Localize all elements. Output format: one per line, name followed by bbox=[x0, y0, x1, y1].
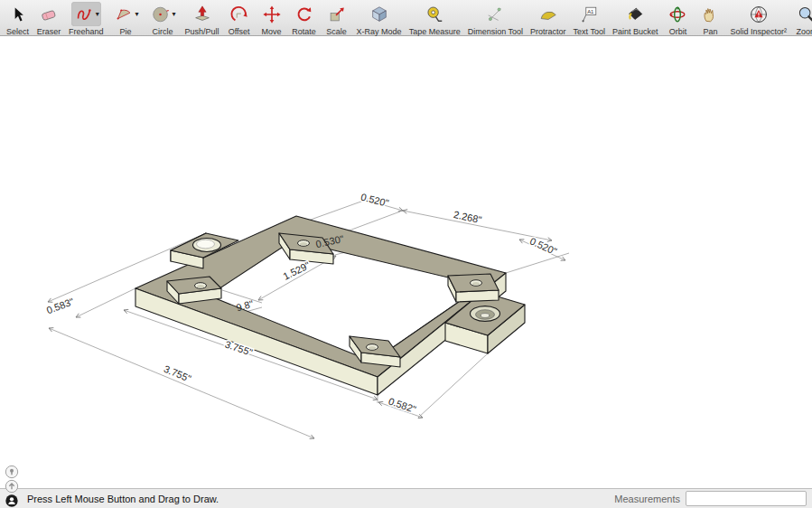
toolbar-item-label: Dimension Tool bbox=[468, 27, 523, 36]
toolbar-item-protractor[interactable]: Protractor bbox=[527, 2, 569, 36]
tape-icon bbox=[422, 2, 447, 26]
pie-icon: ▾ bbox=[111, 2, 141, 26]
dimension-label: 0.520" bbox=[359, 191, 389, 208]
toolbar-item-label: Push/Pull bbox=[185, 27, 219, 36]
freehand-icon: ▾ bbox=[71, 2, 101, 26]
zoom-icon bbox=[794, 2, 812, 26]
dropdown-arrow-icon[interactable]: ▾ bbox=[173, 11, 176, 18]
hole-tab-bottom-shade bbox=[369, 346, 376, 350]
dimension-icon bbox=[482, 2, 508, 26]
toolbar-item-freehand[interactable]: ▾Freehand bbox=[66, 2, 107, 36]
measurements-input[interactable] bbox=[686, 491, 807, 506]
toolbar-item-label: Move bbox=[262, 27, 282, 36]
dimension-label: 3.755" bbox=[163, 363, 193, 384]
toolbar-item-label: Circle bbox=[153, 27, 173, 36]
solidinspector-icon bbox=[746, 2, 771, 26]
eraser-icon bbox=[36, 2, 61, 26]
circle-icon: ▾ bbox=[148, 2, 178, 26]
toolbar-item-label: Solid Inspector² bbox=[730, 27, 787, 36]
geolocation-icon[interactable] bbox=[5, 465, 19, 479]
dropdown-arrow-icon[interactable]: ▾ bbox=[135, 11, 139, 18]
toolbar-item-select[interactable]: Select bbox=[4, 2, 32, 36]
toolbar-item-label: Offset bbox=[229, 27, 250, 36]
status-bar: ? Press Left Mouse Button and Drag to Dr… bbox=[0, 488, 812, 508]
hole-tab-left-shade bbox=[197, 285, 204, 288]
toolbar-item-label: Protractor bbox=[530, 27, 566, 36]
toolbar-item-tape-measure[interactable]: Tape Measure bbox=[406, 2, 463, 36]
scale-icon bbox=[324, 2, 350, 26]
protractor-icon bbox=[536, 2, 561, 26]
toolbar-item-label: X-Ray Mode bbox=[357, 27, 402, 36]
pan-icon bbox=[697, 2, 723, 26]
dimension-label: 9.8" bbox=[235, 298, 255, 314]
toolbar-item-label: Text Tool bbox=[574, 27, 605, 36]
measurements-label: Measurements bbox=[614, 494, 680, 504]
texttool-icon: A1 bbox=[576, 2, 602, 26]
toolbar-item-pie[interactable]: ▾Pie bbox=[108, 2, 144, 36]
hole-tab-top-shade bbox=[300, 242, 307, 246]
toolbar-item-label: Scale bbox=[326, 27, 347, 36]
toolbar-item-label: Orbit bbox=[669, 27, 687, 36]
toolbar-item-label: Zoom bbox=[796, 27, 812, 36]
rotate-icon bbox=[292, 2, 317, 26]
hole-right-bore[interactable] bbox=[481, 314, 490, 318]
toolbar-item-label: Tape Measure bbox=[409, 27, 461, 36]
toolbar-item-eraser[interactable]: Eraser bbox=[33, 2, 64, 36]
model-canvas[interactable]: 0.520"2.268"0.520"0.530"1.529"0.583"3.75… bbox=[0, 0, 812, 508]
hole-topleft-bore[interactable] bbox=[197, 240, 215, 249]
toolbar-item-circle[interactable]: ▾Circle bbox=[145, 2, 181, 36]
toolbar-item-label: Pan bbox=[703, 27, 717, 36]
toolbar-item-rotate[interactable]: Rotate bbox=[289, 2, 320, 36]
toolbar-item-label: Paint Bucket bbox=[612, 27, 658, 36]
toolbar-item-label: Rotate bbox=[292, 27, 316, 36]
dimension-label: 2.268" bbox=[453, 209, 482, 225]
orbit-icon bbox=[665, 2, 690, 26]
toolbar: SelectEraser▾Freehand▾Pie▾CirclePush/Pul… bbox=[0, 0, 812, 36]
dimension-label: 0.583" bbox=[45, 296, 76, 315]
paintbucket-icon bbox=[622, 2, 648, 26]
toolbar-item-label: Freehand bbox=[69, 27, 104, 36]
pushpull-icon bbox=[190, 2, 215, 26]
toolbar-item-label: Eraser bbox=[37, 27, 61, 36]
toolbar-item-scale[interactable]: Scale bbox=[322, 2, 352, 36]
account-icon[interactable] bbox=[5, 494, 19, 508]
svg-text:A1: A1 bbox=[587, 8, 594, 14]
toolbar-item-label: Pie bbox=[120, 27, 132, 36]
toolbar-item-paint-bucket[interactable]: Paint Bucket bbox=[610, 2, 661, 36]
upload-icon[interactable] bbox=[5, 479, 19, 494]
hole-tab-rightmid-shade bbox=[472, 282, 480, 286]
select-icon bbox=[7, 2, 29, 26]
toolbar-item-offset[interactable]: Offset bbox=[224, 2, 255, 36]
xray-icon bbox=[367, 2, 392, 26]
toolbar-item-text-tool[interactable]: A1Text Tool bbox=[571, 2, 608, 36]
toolbar-item-move[interactable]: Move bbox=[257, 2, 287, 36]
toolbar-item-push-pull[interactable]: Push/Pull bbox=[182, 2, 222, 36]
dropdown-arrow-icon[interactable]: ▾ bbox=[96, 11, 99, 18]
dimension-line bbox=[76, 288, 135, 317]
toolbar-item-dimension-tool[interactable]: Dimension Tool bbox=[465, 2, 526, 36]
toolbar-item-pan[interactable]: Pan bbox=[695, 2, 725, 36]
dimension-line bbox=[506, 253, 569, 273]
status-hint-text: Press Left Mouse Button and Drag to Draw… bbox=[27, 494, 219, 504]
dimension-label: 0.582" bbox=[387, 395, 417, 415]
toolbar-item-x-ray-mode[interactable]: X-Ray Mode bbox=[354, 2, 405, 36]
toolbar-item-label: Select bbox=[6, 27, 29, 36]
dimension-line bbox=[418, 353, 488, 418]
toolbar-item-orbit[interactable]: Orbit bbox=[662, 2, 693, 36]
offset-icon bbox=[227, 2, 252, 26]
toolbar-item-zoom[interactable]: Zoom bbox=[791, 2, 812, 36]
move-icon bbox=[259, 2, 285, 26]
toolbar-item-solid-inspector[interactable]: Solid Inspector² bbox=[727, 2, 789, 36]
